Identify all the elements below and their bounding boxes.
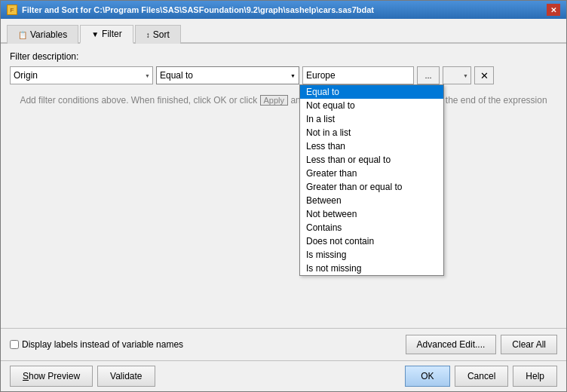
condition-value: Equal to (160, 70, 193, 81)
clear-all-button[interactable]: Clear All (501, 335, 557, 354)
help-button[interactable]: Help (513, 366, 557, 387)
condition-item-not-equal[interactable]: Not equal to (300, 99, 443, 112)
footer-bar: Show Preview Validate OK Cancel Help (1, 360, 566, 391)
condition-item-is-missing[interactable]: Is missing (300, 248, 443, 262)
variable-dropdown-wrapper: Origin (10, 66, 153, 84)
condition-item-greater-equal[interactable]: Greater than or equal to (300, 180, 443, 194)
close-button[interactable]: ✕ (547, 4, 560, 16)
variables-icon: 📋 (18, 31, 27, 39)
display-labels-checkbox[interactable] (10, 340, 19, 349)
show-preview-button[interactable]: Show Preview (10, 366, 93, 387)
add-filter-hint: Add filter conditions above. When finish… (10, 90, 557, 110)
condition-item-is-not-missing[interactable]: Is not missing (300, 262, 443, 275)
extra-dropdown-wrapper (443, 66, 471, 84)
variable-dropdown[interactable]: Origin (10, 66, 153, 84)
tab-variables[interactable]: 📋 Variables (7, 25, 78, 44)
clear-all-label: Clear All (512, 339, 546, 350)
help-label: Help (526, 371, 544, 381)
cancel-label: Cancel (467, 371, 495, 381)
advanced-edit-button[interactable]: Advanced Edit.... (406, 335, 497, 354)
condition-item-in-list[interactable]: In a list (300, 112, 443, 126)
extra-dropdown[interactable] (443, 66, 471, 84)
window-icon: F (7, 5, 17, 15)
main-window: F Filter and Sort for C:\Program Files\S… (0, 0, 567, 392)
condition-item-contains[interactable]: Contains (300, 221, 443, 234)
display-labels-checkbox-label[interactable]: Display labels instead of variable names (10, 339, 183, 350)
condition-item-not-in-list[interactable]: Not in a list (300, 126, 443, 139)
title-bar-left: F Filter and Sort for C:\Program Files\S… (7, 5, 374, 15)
tab-variables-label: Variables (30, 29, 67, 40)
dots-button[interactable]: ... (417, 66, 440, 84)
condition-dropdown-display[interactable]: Equal to ▼ (156, 66, 299, 84)
tab-sort[interactable]: ↕ Sort (135, 25, 181, 44)
condition-item-greater-than[interactable]: Greater than (300, 167, 443, 180)
condition-chevron-icon: ▼ (290, 73, 296, 78)
tab-filter-label: Filter (102, 29, 122, 39)
ok-button[interactable]: OK (405, 366, 450, 387)
display-labels-text: Display labels instead of variable names (22, 339, 183, 350)
show-preview-label: Show Preview (23, 371, 80, 381)
condition-item-less-than[interactable]: Less than (300, 139, 443, 153)
validate-label: Validate (110, 371, 142, 381)
content-spacer (10, 110, 557, 320)
sort-icon: ↕ (146, 31, 150, 39)
action-buttons: Advanced Edit.... Clear All (406, 335, 557, 354)
tabs-bar: 📋 Variables ▼ Filter ↕ Sort (1, 19, 566, 44)
validate-button[interactable]: Validate (97, 366, 155, 387)
ok-label: OK (421, 371, 434, 381)
condition-item-not-contains[interactable]: Does not contain (300, 234, 443, 248)
bottom-options-bar: Display labels instead of variable names… (1, 328, 566, 360)
window-title: Filter and Sort for C:\Program Files\SAS… (22, 5, 374, 14)
tab-sort-label: Sort (153, 29, 170, 40)
condition-item-less-equal[interactable]: Less than or equal to (300, 153, 443, 167)
condition-dropdown-list: Equal to Not equal to In a list Not in a… (299, 84, 444, 276)
condition-dropdown-wrapper: Equal to ▼ Equal to Not equal to In a li… (156, 66, 299, 84)
cancel-button[interactable]: Cancel (455, 366, 508, 387)
condition-item-between[interactable]: Between (300, 194, 443, 207)
content-area: Filter description: Origin Equal to ▼ Eq… (1, 44, 566, 328)
filter-icon: ▼ (91, 30, 99, 38)
apply-hint-button[interactable]: Apply (260, 95, 289, 106)
remove-filter-button[interactable]: ✕ (474, 66, 494, 84)
condition-item-equal-to[interactable]: Equal to (300, 85, 443, 99)
filter-description-label: Filter description: (10, 51, 557, 62)
condition-item-not-between[interactable]: Not between (300, 207, 443, 221)
value-input[interactable] (302, 66, 414, 84)
tab-filter[interactable]: ▼ Filter (80, 25, 133, 44)
title-bar: F Filter and Sort for C:\Program Files\S… (1, 1, 566, 19)
advanced-edit-label: Advanced Edit.... (417, 339, 486, 350)
filter-row: Origin Equal to ▼ Equal to Not equal to … (10, 66, 557, 84)
